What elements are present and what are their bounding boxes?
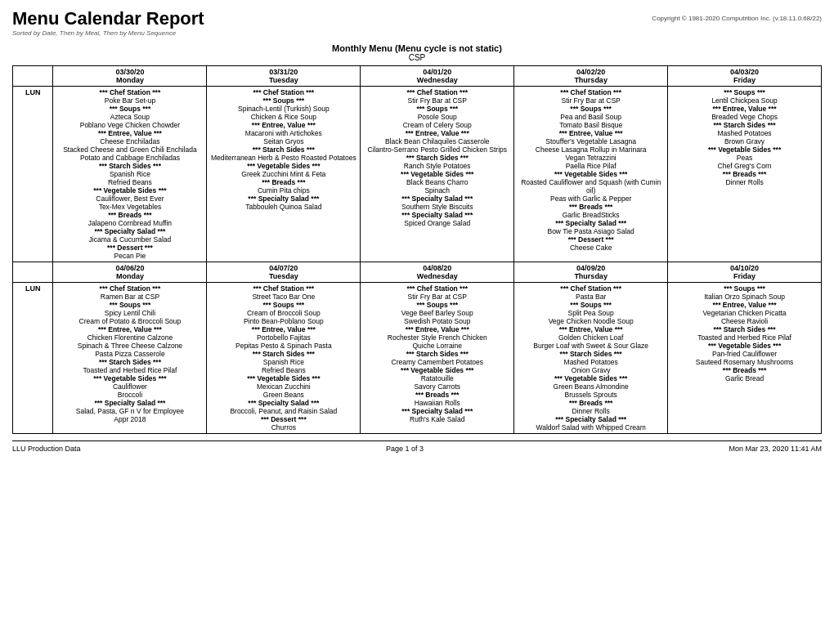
week1-date-fri: 04/03/20 Friday bbox=[668, 66, 822, 87]
week2-date-tue: 04/07/20 Tuesday bbox=[207, 262, 361, 283]
week1-date-wed: 04/01/20 Wednesday bbox=[361, 66, 514, 87]
week2-cell-mon: *** Chef Station ***Ramen Bar at CSP*** … bbox=[53, 283, 207, 434]
week1-date-tue: 03/31/20 Tuesday bbox=[207, 66, 361, 87]
week2-cell-tue: *** Chef Station ***Street Taco Bar One*… bbox=[207, 283, 361, 434]
week2-cell-wed: *** Chef Station ***Stir Fry Bar at CSP*… bbox=[361, 283, 514, 434]
week1-date-mon: 03/30/20 Monday bbox=[53, 66, 207, 87]
report-title: Menu Calendar Report bbox=[12, 8, 204, 29]
empty-header2 bbox=[13, 262, 53, 283]
week2-date-row: 04/06/20 Monday 04/07/20 Tuesday 04/08/2… bbox=[13, 262, 822, 283]
week2-date-wed: 04/08/20 Wednesday bbox=[361, 262, 514, 283]
week2-date-thu: 04/09/20 Thursday bbox=[514, 262, 668, 283]
footer-left: LLU Production Data bbox=[12, 445, 81, 453]
copyright: Copyright © 1981-2020 Computrition Inc. … bbox=[652, 15, 822, 22]
page-header: Menu Calendar Report Sorted by Date, The… bbox=[12, 8, 822, 42]
footer-center: Page 1 of 3 bbox=[386, 445, 424, 453]
week2-date-mon: 04/06/20 Monday bbox=[53, 262, 207, 283]
menu-title: Monthly Menu (Menu cycle is not static) bbox=[12, 43, 822, 53]
week2-meal-label: LUN bbox=[13, 283, 53, 434]
page-footer: LLU Production Data Page 1 of 3 Mon Mar … bbox=[12, 441, 822, 453]
week2-lun-row: LUN *** Chef Station ***Ramen Bar at CSP… bbox=[13, 283, 822, 434]
week1-meal-label: LUN bbox=[13, 87, 53, 262]
week1-cell-tue: *** Chef Station ****** Soups ***Spinach… bbox=[207, 87, 361, 262]
csp-label: CSP bbox=[12, 53, 822, 62]
empty-header bbox=[13, 66, 53, 87]
week1-cell-wed: *** Chef Station ***Stir Fry Bar at CSP*… bbox=[361, 87, 514, 262]
week2-date-fri: 04/10/20 Friday bbox=[668, 262, 822, 283]
week1-cell-fri: *** Soups ***Lentil Chickpea Soup*** Ent… bbox=[668, 87, 822, 262]
footer-right: Mon Mar 23, 2020 11:41 AM bbox=[729, 445, 822, 453]
week1-lun-row: LUN *** Chef Station ***Poke Bar Set-up*… bbox=[13, 87, 822, 262]
week1-cell-mon: *** Chef Station ***Poke Bar Set-up*** S… bbox=[53, 87, 207, 262]
week1-cell-thu: *** Chef Station ***Stir Fry Bar at CSP*… bbox=[514, 87, 668, 262]
week2-cell-fri: *** Soups ***Italian Orzo Spinach Soup**… bbox=[668, 283, 822, 434]
week2-cell-thu: *** Chef Station ***Pasta Bar*** Soups *… bbox=[514, 283, 668, 434]
subtitle: Sorted by Date, Then by Meal, Then by Me… bbox=[12, 29, 204, 37]
week1-date-thu: 04/02/20 Thursday bbox=[514, 66, 668, 87]
menu-calendar-table: 03/30/20 Monday 03/31/20 Tuesday 04/01/2… bbox=[12, 65, 822, 434]
week1-date-row: 03/30/20 Monday 03/31/20 Tuesday 04/01/2… bbox=[13, 66, 822, 87]
